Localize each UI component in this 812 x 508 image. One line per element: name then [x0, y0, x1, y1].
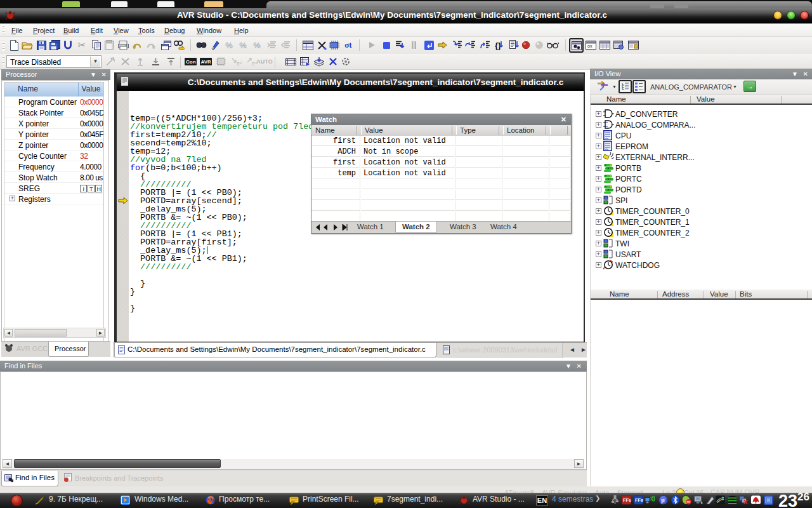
svg-text:E²: E²: [252, 61, 257, 66]
svg-text:E²: E²: [237, 61, 242, 66]
svg-text:Con: Con: [186, 59, 196, 65]
svg-text:FFa: FFa: [635, 497, 643, 503]
svg-text:ox: ox: [587, 44, 593, 48]
svg-text:µ: µ: [661, 497, 665, 504]
svg-text:FFu: FFu: [623, 497, 631, 503]
svg-text:AVR: AVR: [200, 59, 211, 65]
